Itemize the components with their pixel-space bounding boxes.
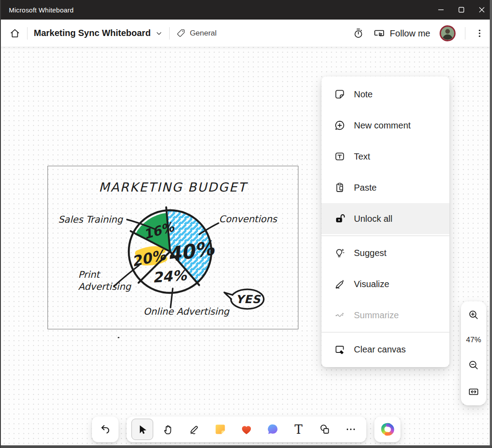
app-title: Microsoft Whiteboard (9, 6, 74, 14)
pie-value-20: 20% (130, 246, 168, 270)
note-icon (333, 88, 345, 100)
menu-item-new-comment[interactable]: New comment (321, 110, 449, 141)
comment-tool[interactable] (259, 416, 286, 442)
menu-separator-2 (321, 332, 449, 332)
pan-tool[interactable] (155, 416, 182, 442)
avatar[interactable] (439, 25, 456, 42)
chevron-down-icon (155, 29, 163, 37)
follow-me-button[interactable]: Follow me (373, 27, 430, 40)
menu-item-visualize[interactable]: Visualize (321, 268, 449, 300)
svg-text:YES: YES (236, 293, 261, 306)
home-icon (9, 27, 21, 39)
more-options-button[interactable] (474, 28, 485, 39)
new-comment-icon (333, 120, 345, 132)
menu-item-paste[interactable]: Paste (321, 172, 449, 203)
board-title-button[interactable]: Marketing Sync Whiteboard (34, 28, 163, 38)
window-edge-bottom (0, 445, 492, 448)
title-bar: Microsoft Whiteboard (0, 0, 492, 20)
label-online-advertising: Online Advertising (143, 306, 230, 317)
minimize-button[interactable] (431, 0, 451, 20)
header-divider-3 (465, 27, 465, 40)
text-icon (333, 151, 345, 163)
menu-item-suggest[interactable]: Suggest (321, 237, 449, 268)
menu-item-text[interactable]: Text (321, 141, 449, 172)
present-cursor-icon (373, 27, 385, 40)
zoom-out-icon (468, 359, 480, 371)
text-tool-glyph: T (294, 423, 302, 436)
menu-item-clear-canvas[interactable]: Clear canvas (321, 334, 449, 365)
kebab-menu-icon (474, 28, 485, 39)
copilot-icon (380, 422, 395, 437)
close-button[interactable] (472, 0, 492, 20)
pie-value-24: 24% (152, 267, 188, 286)
zoom-in-button[interactable] (468, 309, 480, 321)
label-conventions: Conventions (219, 214, 278, 224)
ellipsis-icon (345, 424, 357, 435)
window-edge-left (0, 0, 1, 448)
zoom-out-button[interactable] (468, 359, 480, 371)
suggest-icon (333, 247, 345, 259)
select-cursor-icon (136, 424, 148, 436)
text-tool[interactable]: T (286, 416, 312, 442)
fit-width-icon (468, 386, 480, 398)
sticky-note-tool[interactable] (207, 416, 234, 442)
more-tools-button[interactable] (337, 416, 364, 442)
label-print-2: Advertising (78, 281, 131, 292)
window-edge-right (490, 0, 492, 448)
tag-icon (176, 28, 186, 38)
visualize-icon (333, 278, 345, 290)
fit-to-screen-button[interactable] (468, 386, 480, 398)
heart-icon (240, 423, 253, 436)
maximize-button[interactable] (451, 0, 472, 20)
undo-button[interactable] (92, 416, 119, 442)
zoom-in-icon (468, 309, 480, 321)
hand-icon (163, 424, 175, 436)
chat-bubble-icon (266, 423, 279, 436)
header-divider-2 (169, 27, 170, 40)
menu-item-note[interactable]: Note (321, 79, 449, 110)
home-button[interactable] (9, 27, 21, 39)
menu-item-unlock-all[interactable]: Unlock all (321, 203, 449, 234)
drawing-title: MARKETING BUDGET (99, 180, 248, 195)
shapes-tool[interactable] (312, 416, 338, 442)
copilot-button[interactable] (374, 416, 401, 442)
avatar-photo (439, 25, 456, 42)
tag-label: General (190, 29, 216, 38)
clear-canvas-icon (333, 344, 345, 356)
drawing-frame[interactable]: MARKETING BUDGET 16% 40% 20% 24% (48, 166, 298, 329)
label-sales-training: Sales Training (58, 214, 123, 225)
yes-annotation: YES (224, 289, 264, 309)
undo-icon (99, 423, 111, 436)
summarize-icon (333, 309, 345, 321)
minimize-icon (438, 7, 444, 13)
close-icon (479, 7, 485, 13)
paste-icon (333, 182, 345, 194)
zoom-panel: 47% (461, 301, 486, 405)
whiteboard-app: Microsoft Whiteboard Marketing Sync Whit… (0, 0, 492, 448)
menu-separator (321, 236, 449, 236)
canvas-context-menu: Note New comment Text Paste Unlock all (321, 76, 449, 367)
unlock-icon (333, 213, 345, 225)
label-print-1: Print (78, 269, 101, 280)
maximize-icon (458, 7, 464, 13)
follow-me-label: Follow me (390, 28, 430, 39)
timer-icon (353, 28, 364, 39)
zoom-level: 47% (466, 336, 481, 344)
loop-tag-button[interactable]: General (176, 28, 216, 38)
menu-item-summarize[interactable]: Summarize (321, 300, 449, 331)
shapes-icon (318, 423, 331, 436)
pen-tool[interactable] (181, 416, 207, 442)
timer-button[interactable] (353, 28, 364, 39)
select-tool[interactable] (131, 419, 153, 440)
marketing-budget-drawing: MARKETING BUDGET 16% 40% 20% 24% (48, 166, 298, 328)
stray-ink-dot (118, 337, 119, 338)
reaction-tool[interactable] (234, 416, 260, 442)
sticky-note-icon (214, 423, 227, 436)
header-divider (27, 27, 28, 40)
tools-toolbar: T (127, 416, 366, 442)
board-title: Marketing Sync Whiteboard (34, 28, 151, 38)
pen-icon (188, 424, 200, 436)
app-header: Marketing Sync Whiteboard General (0, 20, 492, 47)
